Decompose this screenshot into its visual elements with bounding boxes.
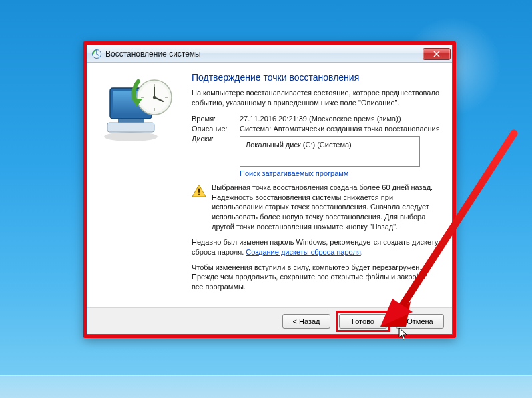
- password-disk-link[interactable]: Создание дискеты сброса пароля: [246, 248, 361, 256]
- button-row: < Назад Готово Отмена: [87, 307, 452, 334]
- field-description: Описание: Система: Автоматически созданн…: [192, 125, 440, 133]
- svg-point-5: [104, 132, 158, 141]
- finish-button[interactable]: Готово: [339, 314, 387, 329]
- system-restore-window: Восстановление системы: [87, 45, 453, 335]
- disks-value: Локальный диск (C:) (Система): [246, 141, 352, 149]
- desc-label: Описание:: [192, 125, 240, 133]
- heading: Подтверждение точки восстановления: [192, 72, 440, 83]
- desc-value: Система: Автоматически созданная точка в…: [240, 125, 440, 133]
- warning-icon: [192, 183, 206, 232]
- disks-label: Диски:: [192, 135, 240, 143]
- content-area: Подтверждение точки восстановления На ко…: [87, 63, 452, 307]
- annotation-frame: Восстановление системы: [83, 41, 456, 338]
- disks-listbox[interactable]: Локальный диск (C:) (Система): [240, 136, 420, 167]
- window-title: Восстановление системы: [105, 49, 423, 59]
- finish-highlight: Готово: [336, 311, 390, 332]
- svg-rect-3: [118, 119, 144, 123]
- warning-text: Выбранная точка восстановления создана б…: [212, 183, 440, 232]
- back-button[interactable]: < Назад: [282, 314, 330, 329]
- main-column: Подтверждение точки восстановления На ко…: [192, 72, 440, 302]
- warning-row: Выбранная точка восстановления создана б…: [192, 183, 440, 232]
- svg-rect-4: [107, 123, 154, 132]
- svg-point-14: [153, 96, 156, 99]
- intro-text: На компьютере восстанавливается состояни…: [192, 88, 440, 108]
- svg-rect-15: [198, 188, 200, 193]
- field-disks: Диски: Локальный диск (C:) (Система) Пои…: [192, 135, 440, 177]
- password-note: Недавно был изменен пароль Windows, реко…: [192, 237, 440, 257]
- svg-rect-16: [198, 193, 200, 195]
- titlebar[interactable]: Восстановление системы: [87, 45, 452, 63]
- close-button[interactable]: [423, 48, 451, 60]
- time-label: Время:: [192, 115, 240, 123]
- taskbar[interactable]: [0, 375, 532, 398]
- hero-illustration: [98, 72, 184, 302]
- cancel-button[interactable]: Отмена: [396, 314, 444, 329]
- time-value: 27.11.2016 20:21:39 (Московское время (з…: [240, 115, 440, 123]
- system-restore-icon: [91, 49, 102, 59]
- field-time: Время: 27.11.2016 20:21:39 (Московское в…: [192, 115, 440, 123]
- affected-programs-link[interactable]: Поиск затрагиваемых программ: [240, 169, 348, 177]
- restart-note: Чтобы изменения вступили в силу, компьют…: [192, 263, 440, 293]
